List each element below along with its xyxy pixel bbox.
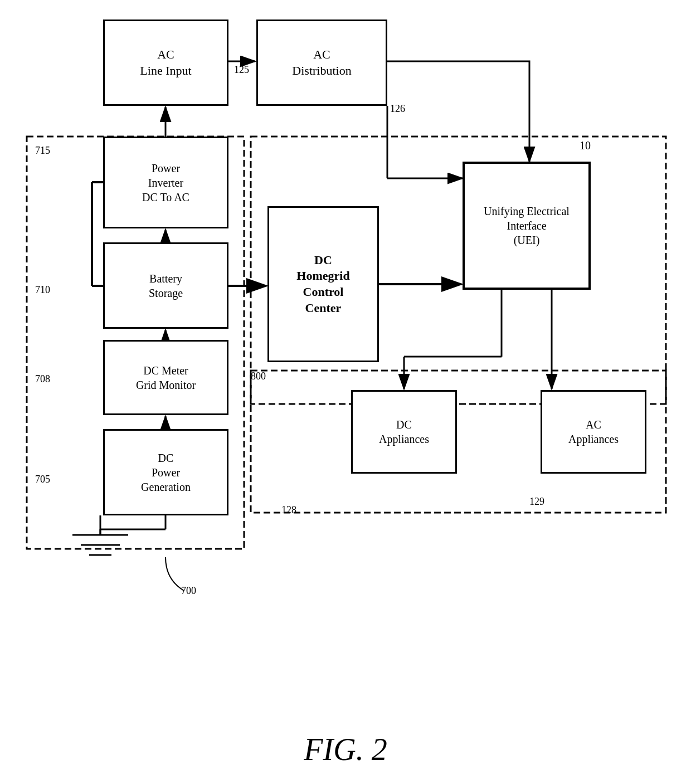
label-128: 128 [281, 504, 296, 516]
figure-caption: FIG. 2 [0, 732, 691, 767]
label-125: 125 [234, 64, 249, 76]
label-10: 10 [580, 139, 591, 152]
battery-storage-label: Battery Storage [149, 271, 183, 300]
label-715: 715 [35, 145, 50, 157]
uei-label: Unifying Electrical Interface (UEI) [484, 204, 570, 247]
label-710: 710 [35, 284, 50, 296]
battery-storage-box: Battery Storage [103, 242, 228, 329]
ac-distribution-box: AC Distribution [256, 20, 387, 106]
label-126: 126 [390, 103, 405, 115]
label-705: 705 [35, 474, 50, 485]
ac-appliances-label: AC Appliances [568, 417, 619, 446]
dc-power-gen-label: DC Power Generation [141, 451, 191, 494]
ac-distribution-label: AC Distribution [292, 47, 351, 79]
label-129: 129 [529, 496, 544, 508]
dc-appliances-label: DC Appliances [379, 417, 429, 446]
dc-appliances-box: DC Appliances [351, 390, 457, 474]
ac-appliances-box: AC Appliances [541, 390, 646, 474]
diagram: AC Line Input AC Distribution Power Inve… [17, 11, 674, 680]
power-inverter-label: Power Inverter DC To AC [142, 161, 189, 204]
label-800: 800 [251, 371, 266, 382]
power-inverter-box: Power Inverter DC To AC [103, 137, 228, 228]
ac-line-input-label: AC Line Input [140, 47, 191, 79]
ac-line-input-box: AC Line Input [103, 20, 228, 106]
uei-box: Unifying Electrical Interface (UEI) [463, 162, 591, 290]
dc-homegrid-label: DC Homegrid Control Center [296, 252, 349, 316]
dc-meter-label: DC Meter Grid Monitor [136, 363, 196, 392]
dc-meter-box: DC Meter Grid Monitor [103, 340, 228, 415]
dc-power-gen-box: DC Power Generation [103, 429, 228, 515]
label-700: 700 [181, 585, 196, 597]
fig-caption-text: FIG. 2 [304, 732, 387, 767]
dc-homegrid-box: DC Homegrid Control Center [267, 206, 379, 362]
label-708: 708 [35, 373, 50, 385]
